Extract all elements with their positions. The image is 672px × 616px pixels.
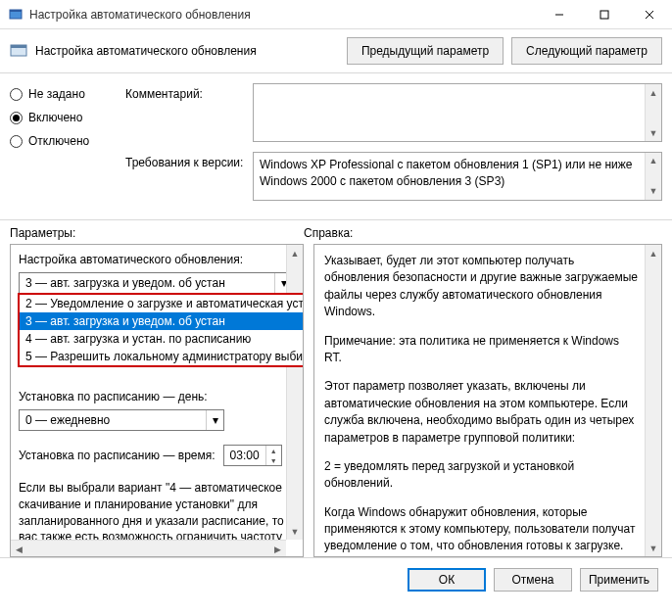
dropdown-item[interactable]: 2 — Уведомление о загрузке и автоматичес… — [20, 295, 303, 312]
svg-rect-3 — [600, 11, 608, 19]
scrollbar-vertical[interactable]: ▲ ▼ — [286, 245, 303, 540]
scroll-up-icon[interactable]: ▲ — [646, 245, 661, 261]
help-section-label: Справка: — [304, 226, 662, 240]
svg-rect-1 — [10, 10, 22, 12]
help-paragraph: Указывает, будет ли этот компьютер получ… — [324, 253, 640, 321]
close-button[interactable] — [627, 0, 672, 29]
time-value: 03:00 — [230, 449, 260, 462]
scroll-down-icon[interactable]: ▼ — [646, 124, 661, 141]
combo-value: 3 — авт. загрузка и уведом. об устан — [25, 276, 225, 290]
requirements-box: Windows XP Professional с пакетом обновл… — [253, 152, 662, 201]
time-spinner[interactable]: ▲ ▼ — [265, 446, 281, 465]
help-paragraph: 2 = уведомлять перед загрузкой и установ… — [324, 458, 640, 493]
previous-setting-button[interactable]: Предыдущий параметр — [347, 37, 504, 65]
schedule-day-label: Установка по расписанию — день: — [19, 390, 299, 403]
update-mode-combo[interactable]: 3 — авт. загрузка и уведом. об устан ▾ — [19, 272, 293, 294]
scroll-down-icon[interactable]: ▼ — [646, 183, 661, 200]
help-paragraph: Примечание: эта политика не применяется … — [324, 333, 640, 367]
dropdown-item[interactable]: 4 — авт. загрузка и устан. по расписанию — [20, 330, 303, 348]
options-label: Настройка автоматического обновления: — [19, 253, 299, 266]
chevron-down-icon: ▾ — [206, 410, 223, 430]
options-section-label: Параметры: — [10, 226, 304, 240]
svg-rect-7 — [11, 45, 26, 48]
help-paragraph: Когда Windows обнаружит обновления, кото… — [324, 504, 640, 557]
fields-column: Комментарий: ▲ ▼ Требования к версии: Wi… — [125, 83, 662, 219]
dialog-footer: ОК Отмена Применить — [0, 557, 672, 601]
scrollbar-horizontal[interactable]: ◀ ▶ — [11, 540, 286, 556]
maximize-button[interactable] — [582, 0, 627, 29]
radio-icon — [10, 112, 23, 124]
header: Настройка автоматического обновления Пре… — [0, 29, 672, 73]
scroll-down-icon[interactable]: ▼ — [646, 540, 661, 556]
radio-icon — [10, 88, 23, 101]
help-panel: Указывает, будет ли этот компьютер получ… — [313, 244, 662, 557]
update-mode-dropdown: 2 — Уведомление о загрузке и автоматичес… — [18, 293, 303, 367]
scroll-up-icon[interactable]: ▲ — [646, 153, 661, 169]
options-panel: Настройка автоматического обновления: 3 … — [10, 244, 304, 557]
policy-icon — [10, 42, 27, 60]
window-title: Настройка автоматического обновления — [29, 8, 537, 22]
requirements-line: Windows 2000 с пакетом обновления 3 (SP3… — [260, 173, 642, 190]
apply-button[interactable]: Применить — [580, 568, 658, 592]
requirements-line: Windows XP Professional с пакетом обновл… — [260, 157, 642, 173]
radio-label: Включено — [28, 111, 82, 124]
radio-enabled[interactable]: Включено — [10, 111, 108, 124]
scroll-up-icon[interactable]: ▲ — [287, 245, 303, 261]
state-column: Не задано Включено Отключено — [10, 83, 108, 219]
schedule-time-input[interactable]: 03:00 ▲ ▼ — [223, 445, 282, 466]
scrollbar-vertical[interactable]: ▲ ▼ — [645, 153, 661, 200]
scrollbar-vertical[interactable]: ▲ ▼ — [645, 245, 661, 556]
spin-down-icon[interactable]: ▼ — [266, 455, 281, 465]
radio-label: Не задано — [28, 87, 85, 101]
panels: Настройка автоматического обновления: 3 … — [0, 244, 672, 557]
next-setting-button[interactable]: Следующий параметр — [511, 37, 662, 65]
scroll-up-icon[interactable]: ▲ — [646, 84, 661, 101]
scroll-left-icon[interactable]: ◀ — [11, 541, 27, 557]
radio-label: Отключено — [28, 134, 89, 148]
scrollbar-vertical[interactable]: ▲ ▼ — [645, 84, 661, 141]
scroll-down-icon[interactable]: ▼ — [287, 523, 303, 540]
combo-value: 0 — ежедневно — [25, 413, 110, 427]
comment-textarea[interactable]: ▲ ▼ — [253, 83, 662, 142]
radio-icon — [10, 135, 23, 148]
dropdown-item[interactable]: 3 — авт. загрузка и уведом. об устан — [20, 312, 303, 330]
ok-button[interactable]: ОК — [408, 568, 486, 592]
app-icon — [8, 7, 24, 23]
titlebar: Настройка автоматического обновления — [0, 0, 672, 29]
schedule-time-label: Установка по расписанию — время: — [19, 449, 216, 462]
help-paragraph: Этот параметр позволяет указать, включен… — [324, 378, 640, 447]
radio-disabled[interactable]: Отключено — [10, 134, 108, 148]
comment-label: Комментарий: — [125, 83, 253, 142]
spin-up-icon[interactable]: ▲ — [266, 446, 281, 455]
settings-body: Не задано Включено Отключено Комментарий… — [0, 73, 672, 220]
header-title: Настройка автоматического обновления — [35, 44, 339, 58]
minimize-button[interactable] — [537, 0, 582, 29]
section-labels: Параметры: Справка: — [0, 220, 672, 244]
cancel-button[interactable]: Отмена — [494, 568, 572, 592]
radio-not-configured[interactable]: Не задано — [10, 87, 108, 101]
scroll-right-icon[interactable]: ▶ — [269, 541, 286, 557]
schedule-day-combo[interactable]: 0 — ежедневно ▾ — [19, 409, 224, 431]
dropdown-item[interactable]: 5 — Разрешить локальному администратору … — [20, 348, 303, 365]
requirements-label: Требования к версии: — [125, 152, 253, 201]
